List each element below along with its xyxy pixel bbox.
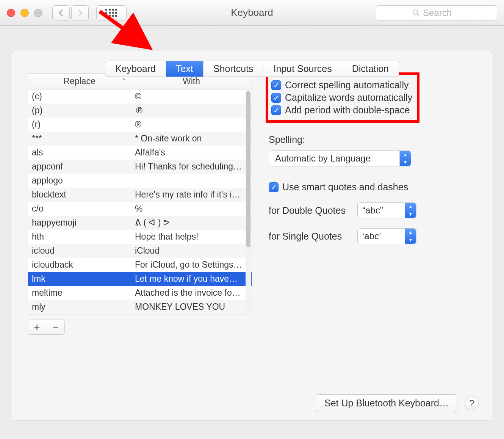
preferences-panel: Replace ˄ With (c)©(p)℗(r)®**** On-site … bbox=[11, 51, 493, 421]
table-row[interactable]: mlyMONKEY LOVES YOU bbox=[28, 300, 252, 314]
add-button[interactable]: + bbox=[28, 320, 46, 334]
cell-replace: icloud bbox=[28, 246, 131, 256]
cell-replace: (r) bbox=[28, 119, 131, 130]
forward-button[interactable] bbox=[71, 5, 89, 20]
tab-input-sources[interactable]: Input Sources bbox=[263, 61, 342, 77]
cell-with: Alfalfa's bbox=[131, 147, 252, 158]
checkbox-smart-quotes[interactable]: ✓ Use smart quotes and dashes bbox=[269, 182, 479, 193]
checkbox-label: Use smart quotes and dashes bbox=[282, 182, 408, 193]
cell-replace: hth bbox=[28, 232, 131, 242]
cell-replace: lmk bbox=[28, 274, 131, 284]
cell-replace: applogo bbox=[28, 176, 131, 186]
bottom-bar: Set Up Bluetooth Keyboard… ? bbox=[316, 394, 479, 412]
tab-keyboard[interactable]: Keyboard bbox=[105, 61, 166, 77]
back-button[interactable] bbox=[52, 5, 70, 20]
spelling-label: Spelling: bbox=[269, 134, 479, 145]
checkbox-capitalize[interactable]: ✓ Capitalize words automatically bbox=[271, 92, 412, 103]
checkmark-icon: ✓ bbox=[271, 93, 281, 103]
tab-dictation[interactable]: Dictation bbox=[342, 61, 399, 77]
table-row[interactable]: happyemojiᕕ ( ᐛ ) ᕗ bbox=[28, 216, 252, 230]
svg-point-0 bbox=[413, 10, 418, 14]
table-row[interactable]: (p)℗ bbox=[28, 103, 252, 118]
search-input[interactable] bbox=[423, 8, 461, 18]
single-quotes-row: for Single Quotes ‘abc’ ▲▼ bbox=[269, 228, 479, 244]
cell-replace: *** bbox=[28, 133, 131, 144]
checkmark-icon: ✓ bbox=[271, 80, 281, 90]
cell-with: Attached is the invoice fo… bbox=[131, 288, 252, 298]
table-body: (c)©(p)℗(r)®**** On-site work onalsAlfal… bbox=[28, 89, 252, 314]
checkbox-label: Add period with double-space bbox=[285, 105, 410, 116]
spelling-select[interactable]: Automatic by Language ▲▼ bbox=[269, 151, 411, 166]
scrollbar[interactable] bbox=[246, 90, 251, 313]
single-quotes-label: for Single Quotes bbox=[269, 231, 350, 242]
column-replace-label: Replace bbox=[63, 76, 95, 86]
checkmark-icon: ✓ bbox=[269, 182, 279, 192]
table-row[interactable]: meltimeAttached is the invoice fo… bbox=[28, 286, 252, 300]
double-quotes-value: “abc” bbox=[362, 205, 383, 216]
single-quotes-select[interactable]: ‘abc’ ▲▼ bbox=[357, 228, 416, 244]
cell-with: * On-site work on bbox=[131, 133, 252, 144]
checkbox-period[interactable]: ✓ Add period with double-space bbox=[271, 105, 412, 116]
cell-replace: happyemoji bbox=[28, 218, 131, 228]
replacements-table: Replace ˄ With (c)©(p)℗(r)®**** On-site … bbox=[28, 73, 252, 314]
traffic-lights bbox=[7, 9, 42, 17]
cell-replace: (c) bbox=[28, 91, 131, 102]
cell-replace: appconf bbox=[28, 161, 131, 172]
left-column: Replace ˄ With (c)©(p)℗(r)®**** On-site … bbox=[28, 73, 252, 316]
double-quotes-select[interactable]: “abc” ▲▼ bbox=[357, 202, 416, 218]
tabs: KeyboardTextShortcutsInput SourcesDictat… bbox=[0, 61, 504, 77]
scrollbar-thumb[interactable] bbox=[246, 91, 250, 247]
close-window[interactable] bbox=[7, 9, 15, 17]
table-row[interactable]: icloudiCloud bbox=[28, 244, 252, 258]
table-row[interactable]: lmkLet me know if you have… bbox=[28, 272, 252, 286]
checkbox-correct-spelling[interactable]: ✓ Correct spelling automatically bbox=[271, 80, 412, 91]
chevron-right-icon bbox=[77, 9, 83, 17]
table-row[interactable]: **** On-site work on bbox=[28, 132, 252, 146]
table-row[interactable]: icloudbackFor iCloud, go to Settings… bbox=[28, 258, 252, 272]
remove-button[interactable]: − bbox=[46, 320, 64, 334]
table-row[interactable]: appconfHi! Thanks for scheduling… bbox=[28, 160, 252, 174]
table-row[interactable]: (r)® bbox=[28, 118, 252, 132]
show-all-button[interactable] bbox=[96, 5, 127, 20]
checkbox-label: Capitalize words automatically bbox=[285, 92, 412, 103]
cell-with: iCloud bbox=[131, 246, 252, 256]
cell-with: Hope that helps! bbox=[131, 232, 252, 242]
zoom-window[interactable] bbox=[34, 9, 42, 17]
stepper-icon: ▲▼ bbox=[405, 203, 416, 218]
bluetooth-keyboard-button[interactable]: Set Up Bluetooth Keyboard… bbox=[316, 394, 457, 412]
add-remove-buttons: + − bbox=[28, 320, 65, 335]
help-button[interactable]: ? bbox=[465, 397, 479, 410]
checkbox-label: Correct spelling automatically bbox=[285, 80, 409, 91]
table-row[interactable]: (c)© bbox=[28, 89, 252, 103]
stepper-icon: ▲▼ bbox=[405, 229, 416, 244]
search-field[interactable] bbox=[376, 5, 497, 20]
cell-with: For iCloud, go to Settings… bbox=[131, 260, 252, 270]
grid-icon bbox=[105, 9, 117, 17]
double-quotes-label: for Double Quotes bbox=[269, 205, 350, 216]
double-quotes-row: for Double Quotes “abc” ▲▼ bbox=[269, 202, 479, 218]
svg-line-1 bbox=[417, 14, 419, 16]
titlebar: Keyboard bbox=[0, 0, 504, 26]
spelling-value: Automatic by Language bbox=[275, 153, 371, 164]
cell-with: Hi! Thanks for scheduling… bbox=[131, 161, 252, 172]
cell-with: ᕕ ( ᐛ ) ᕗ bbox=[131, 218, 252, 228]
sort-caret-icon: ˄ bbox=[122, 77, 125, 86]
single-quotes-value: ‘abc’ bbox=[362, 231, 381, 241]
cell-with: MONKEY LOVES YOU bbox=[131, 302, 252, 312]
cell-replace: blocktext bbox=[28, 190, 131, 200]
checkmark-icon: ✓ bbox=[271, 105, 281, 115]
nav-buttons bbox=[52, 5, 89, 20]
cell-with: Let me know if you have… bbox=[131, 274, 252, 284]
cell-with: ℗ bbox=[131, 105, 252, 116]
stepper-icon: ▲▼ bbox=[399, 151, 411, 166]
tab-text[interactable]: Text bbox=[166, 61, 203, 77]
minimize-window[interactable] bbox=[20, 9, 29, 17]
table-row[interactable]: blocktextHere's my rate info if it's i… bbox=[28, 188, 252, 202]
cell-replace: (p) bbox=[28, 105, 131, 116]
table-row[interactable]: alsAlfalfa's bbox=[28, 146, 252, 160]
column-with-label: With bbox=[183, 76, 200, 86]
table-row[interactable]: applogo bbox=[28, 174, 252, 188]
table-row[interactable]: hthHope that helps! bbox=[28, 230, 252, 244]
tab-shortcuts[interactable]: Shortcuts bbox=[203, 61, 264, 77]
table-row[interactable]: c/o℅ bbox=[28, 202, 252, 216]
